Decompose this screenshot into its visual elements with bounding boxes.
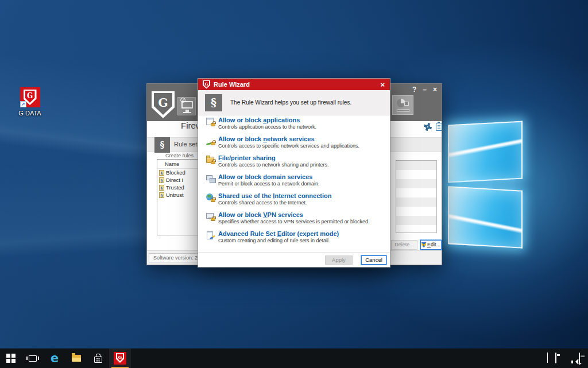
folder-share-lock-icon xyxy=(206,155,215,164)
details-panel xyxy=(396,160,437,233)
create-rules-label: Create rules xyxy=(165,153,194,158)
file-explorer-icon xyxy=(72,355,81,362)
close-icon[interactable]: × xyxy=(380,81,385,88)
drive-bar-icon xyxy=(397,109,409,112)
wizard-option-vpn-services[interactable]: Allow or block VPN services Specifies wh… xyxy=(198,211,390,230)
dialog-header: § The Rule Wizard helps you set up firew… xyxy=(198,90,390,115)
desktop-icon-gdata[interactable]: G ↗ G DATA xyxy=(11,87,48,117)
wizard-option-advanced-rule-editor[interactable]: Advanced Rule Set Editor (expert mode) C… xyxy=(198,230,390,249)
dialog-footer: Apply Cancel xyxy=(198,252,390,267)
store-bag-icon xyxy=(94,357,102,363)
minimize-button[interactable]: – xyxy=(423,86,427,94)
edge-browser-icon: e xyxy=(51,352,59,365)
uac-shield-icon xyxy=(421,242,426,247)
network-services-lock-icon xyxy=(206,136,215,145)
edit-button[interactable]: Edit... xyxy=(420,240,442,250)
wizard-option-internet-sharing[interactable]: Shared use of the Internet connection Co… xyxy=(198,192,390,211)
system-tray xyxy=(547,348,588,368)
rule-set-icon: § xyxy=(159,170,164,176)
lock-icon xyxy=(404,102,409,106)
rule-sets-tab-icon: § xyxy=(154,137,170,153)
wizard-option-file-printer-sharing[interactable]: File/printer sharing Controls access to … xyxy=(198,154,390,173)
wizard-option-network-services[interactable]: Allow or block network services Controls… xyxy=(198,135,390,154)
desktop: G ↗ G DATA ? – × G ✓ xyxy=(0,0,588,368)
apply-button[interactable]: Apply xyxy=(325,255,353,265)
battery-icon[interactable] xyxy=(555,353,556,363)
vpn-monitor-lock-icon xyxy=(206,212,215,221)
applications-lock-icon xyxy=(206,117,215,126)
wizard-option-domain-services[interactable]: Allow or block domain services Permit or… xyxy=(198,173,390,192)
tab-rule-sets[interactable]: Rule sets xyxy=(174,141,200,148)
security-center-module-icon[interactable]: ✓ xyxy=(177,97,196,115)
gdata-shield-logo-icon: G xyxy=(152,91,175,118)
desktop-icon-label: G DATA xyxy=(11,110,48,117)
rule-set-icon: § xyxy=(159,192,164,198)
check-badge-icon: ✓ xyxy=(180,98,185,103)
rule-set-icon: § xyxy=(159,177,164,183)
action-center-icon[interactable] xyxy=(579,353,580,363)
delete-button[interactable]: Delete... xyxy=(391,240,417,250)
gdata-app-icon: G xyxy=(114,352,126,365)
wallpaper-windows-logo-top-pane xyxy=(448,121,523,183)
dialog-title: Rule Wizard xyxy=(214,81,250,88)
taskbar: e G xyxy=(0,348,588,368)
gdata-shield-icon: G xyxy=(203,80,210,89)
shortcut-arrow-icon: ↗ xyxy=(20,101,26,107)
rule-set-icon: § xyxy=(159,185,164,191)
task-view-button[interactable] xyxy=(22,348,44,368)
wizard-options-list: Allow or block applications Controls app… xyxy=(198,117,390,249)
taskbar-file-explorer-button[interactable] xyxy=(65,348,87,368)
gdata-logo-icon: G ↗ xyxy=(20,87,40,107)
taskbar-store-button[interactable] xyxy=(87,348,109,368)
rule-wizard-dialog: G Rule Wizard × § The Rule Wizard helps … xyxy=(198,78,390,268)
dialog-titlebar: G Rule Wizard × xyxy=(198,79,390,90)
taskbar-edge-button[interactable]: e xyxy=(44,348,65,368)
wizard-option-applications[interactable]: Allow or block applications Controls app… xyxy=(198,117,390,135)
wallpaper-windows-logo-bottom-pane xyxy=(448,186,523,249)
help-button[interactable]: ? xyxy=(412,86,416,94)
windows-logo-icon xyxy=(6,354,16,363)
start-button[interactable] xyxy=(0,348,22,368)
close-button[interactable]: × xyxy=(433,86,437,94)
cancel-button[interactable]: Cancel xyxy=(361,255,386,265)
paragraph-section-icon: § xyxy=(205,94,222,111)
domain-computers-icon xyxy=(206,174,215,183)
task-view-icon xyxy=(29,355,37,362)
log-clipboard-icon[interactable] xyxy=(436,123,442,131)
settings-gear-icon[interactable] xyxy=(424,123,432,131)
hidden-icons-chevron-icon[interactable] xyxy=(547,353,548,363)
globe-lock-icon xyxy=(206,193,215,202)
taskbar-gdata-button[interactable]: G xyxy=(109,348,131,368)
dialog-intro-text: The Rule Wizard helps you set up firewal… xyxy=(230,99,351,106)
backup-module-icon[interactable] xyxy=(392,95,413,115)
rule-editor-pencil-icon xyxy=(206,231,215,240)
